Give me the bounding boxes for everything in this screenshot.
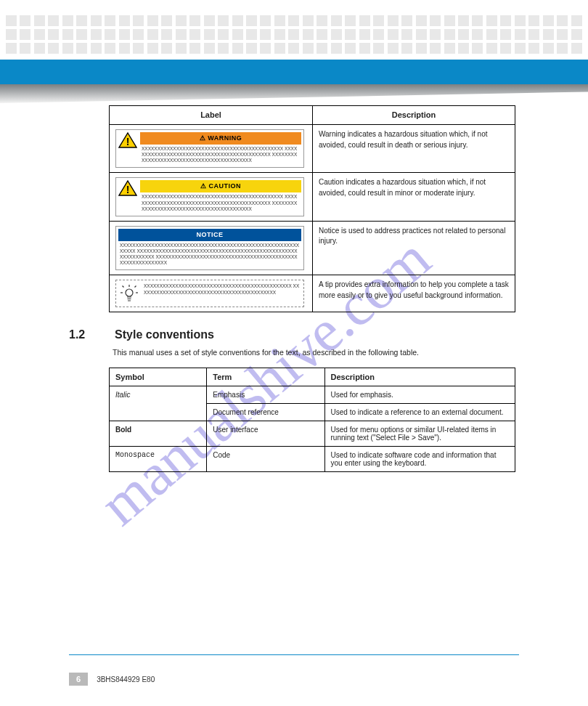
symbol-cell: Monospace (110, 446, 207, 471)
desc-cell: Notice is used to address practices not … (312, 221, 515, 275)
table-row: Italic Emphasis Used for emphasis. (110, 386, 515, 403)
svg-line-9 (135, 286, 136, 288)
symbol-cell: Bold (110, 421, 207, 446)
footer-separator (69, 654, 519, 655)
desc-cell: Used to indicate software code and infor… (324, 446, 515, 471)
page-number: 6 (69, 673, 88, 686)
desc-cell: Used to indicate a reference to an exter… (324, 403, 515, 421)
desc-cell: Used for menu options or similar UI-rela… (324, 421, 515, 446)
table-row: Monospace Code Used to indicate software… (110, 446, 515, 471)
desc-cell: Caution indicates a hazardous situation … (312, 173, 515, 221)
sample-text: XXXXXXXXXXXXXXXXXXXXXXXXXXXXXXXXXXXXXXXX… (144, 283, 301, 296)
term-cell: Emphasis (207, 386, 324, 403)
header-blue-bar (0, 60, 588, 84)
term-cell: Code (207, 446, 324, 471)
table-header-row: Symbol Term Description (110, 368, 515, 386)
svg-point-4 (126, 289, 133, 296)
label-cell-caution: ! ⚠ CAUTION XXXXXXXXXXXXXXXXXXXXXXXXXXXX… (110, 173, 313, 221)
lightbulb-icon (119, 283, 139, 304)
desc-cell: A tip provides extra information to help… (312, 275, 515, 312)
warning-header: ⚠ WARNING (140, 132, 301, 145)
caution-header: ⚠ CAUTION (140, 180, 301, 192)
header-gradient-bar (0, 84, 588, 103)
section-title: Style conventions (115, 328, 214, 341)
table-row: NOTICE XXXXXXXXXXXXXXXXXXXXXXXXXXXXXXXXX… (110, 221, 515, 275)
symbol-cell: Italic (110, 386, 207, 421)
section-number: 1.2 (69, 328, 113, 341)
col-header-description: Description (324, 368, 515, 386)
col-header-label: Label (110, 106, 313, 125)
table-row: XXXXXXXXXXXXXXXXXXXXXXXXXXXXXXXXXXXXXXXX… (110, 275, 515, 312)
sample-text: XXXXXXXXXXXXXXXXXXXXXXXXXXXXXXXXXXXXXXXX… (140, 145, 301, 165)
style-conventions-table: Symbol Term Description Italic Emphasis … (109, 368, 515, 472)
col-header-term: Term (207, 368, 324, 386)
section-intro: This manual uses a set of style conventi… (113, 347, 505, 358)
term-cell: User interface (207, 421, 324, 446)
desc-cell: Used for emphasis. (324, 386, 515, 403)
label-cell-tip: XXXXXXXXXXXXXXXXXXXXXXXXXXXXXXXXXXXXXXXX… (110, 275, 313, 312)
decorative-square-pattern (0, 0, 588, 57)
safety-labels-table: Label Description ! ⚠ WARNING XXXXXXXXXX… (109, 105, 515, 312)
col-header-description: Description (312, 106, 515, 125)
col-header-symbol: Symbol (110, 368, 207, 386)
sample-text: XXXXXXXXXXXXXXXXXXXXXXXXXXXXXXXXXXXXXXXX… (118, 241, 301, 268)
table-header-row: Label Description (110, 106, 515, 125)
table-row: Bold User interface Used for menu option… (110, 421, 515, 446)
notice-header: NOTICE (118, 229, 301, 241)
page-footer: 6 3BHS844929 E80 (69, 673, 519, 686)
page-content: Label Description ! ⚠ WARNING XXXXXXXXXX… (69, 105, 519, 472)
sample-text: XXXXXXXXXXXXXXXXXXXXXXXXXXXXXXXXXXXXXXXX… (140, 192, 301, 213)
svg-text:!: ! (126, 136, 130, 147)
table-row: ! ⚠ WARNING XXXXXXXXXXXXXXXXXXXXXXXXXXXX… (110, 125, 515, 173)
desc-cell: Warning indicates a hazardous situation … (312, 125, 515, 173)
label-cell-warning: ! ⚠ WARNING XXXXXXXXXXXXXXXXXXXXXXXXXXXX… (110, 125, 313, 173)
warning-triangle-icon: ! (118, 132, 137, 148)
svg-line-8 (123, 286, 124, 288)
table-row: ! ⚠ CAUTION XXXXXXXXXXXXXXXXXXXXXXXXXXXX… (110, 173, 515, 221)
section-style-conventions: 1.2 Style conventions This manual uses a… (69, 328, 519, 471)
caution-triangle-icon: ! (118, 180, 137, 196)
term-cell: Document reference (207, 403, 324, 421)
svg-text:!: ! (126, 184, 130, 195)
document-id: 3BHS844929 E80 (97, 675, 155, 683)
label-cell-notice: NOTICE XXXXXXXXXXXXXXXXXXXXXXXXXXXXXXXXX… (110, 221, 313, 275)
